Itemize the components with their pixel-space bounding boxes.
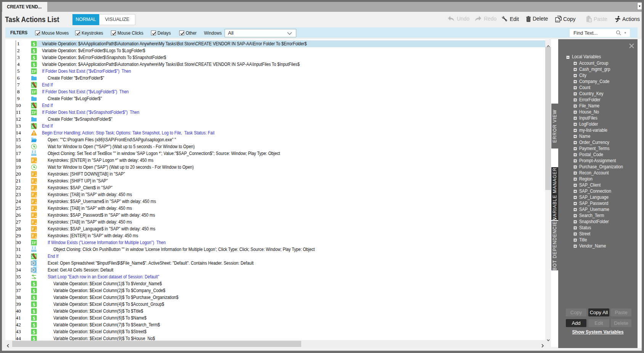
svg-text:F: F [32,206,35,210]
svg-text:F: F [32,158,35,162]
svg-text:F: F [32,220,35,224]
svg-text:IF: IF [31,90,36,94]
svg-text:$: $ [33,41,35,47]
svg-text:F: F [32,172,35,176]
svg-text:F: F [32,192,35,196]
svg-text:$: $ [33,315,35,321]
svg-text:$: $ [33,288,35,294]
svg-text:$: $ [33,329,35,335]
svg-text:$: $ [33,55,35,61]
svg-text:$: $ [33,281,35,287]
svg-text:$: $ [33,322,35,328]
svg-text:$: $ [33,308,35,314]
svg-text:F: F [32,227,35,231]
svg-text:$: $ [33,48,35,54]
svg-text:F: F [32,179,35,183]
svg-text:F: F [32,233,35,238]
svg-text:F: F [32,199,35,203]
svg-text:$: $ [33,302,35,307]
svg-text:$: $ [33,62,35,67]
svg-text:IF: IF [31,110,36,115]
svg-text:IF: IF [31,241,36,245]
svg-text:IF: IF [31,69,36,74]
svg-text:F: F [32,213,35,217]
svg-text:$: $ [33,295,35,300]
svg-text:F: F [32,185,35,190]
